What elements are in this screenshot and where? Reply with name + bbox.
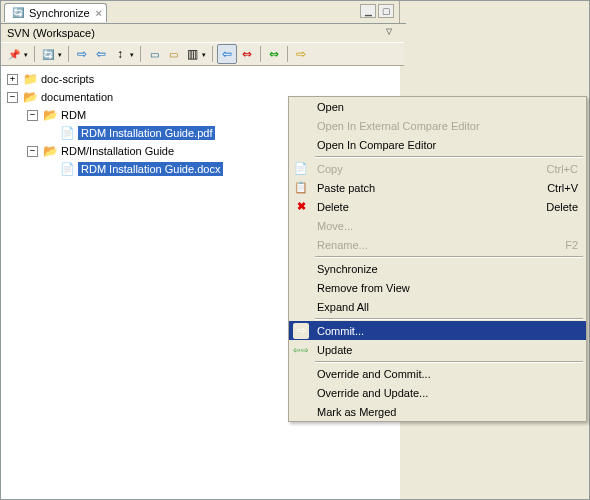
separator bbox=[287, 46, 288, 62]
menu-update[interactable]: Update bbox=[289, 340, 586, 359]
menu-label: Open bbox=[317, 101, 344, 113]
menu-label: Delete bbox=[317, 201, 349, 213]
menu-label: Open In External Compare Editor bbox=[317, 120, 480, 132]
menu-label: Synchronize bbox=[317, 263, 378, 275]
tree-label: doc-scripts bbox=[41, 73, 94, 85]
tree-label: RDM Installation Guide.pdf bbox=[78, 126, 215, 140]
menu-label: Copy bbox=[317, 163, 343, 175]
menu-copy: 📄 Copy Ctrl+C bbox=[289, 159, 586, 178]
maximize-button[interactable]: ▢ bbox=[378, 4, 394, 18]
tab-label: Synchronize bbox=[29, 7, 90, 19]
tab-synchronize[interactable]: 🔄 Synchronize × bbox=[4, 3, 107, 22]
menu-label: Remove from View bbox=[317, 282, 410, 294]
menu-commit[interactable]: ⇨ Commit... bbox=[289, 321, 586, 340]
sync-icon: 🔄 bbox=[11, 6, 25, 20]
menu-mark-merged[interactable]: Mark as Merged bbox=[289, 402, 586, 421]
menu-override-update[interactable]: Override and Update... bbox=[289, 383, 586, 402]
menu-override-commit[interactable]: Override and Commit... bbox=[289, 364, 586, 383]
menu-open-compare[interactable]: Open In Compare Editor bbox=[289, 135, 586, 154]
menu-expand-all[interactable]: Expand All bbox=[289, 297, 586, 316]
menu-open-external: Open In External Compare Editor bbox=[289, 116, 586, 135]
toolbar: ↕ ▥ ⇨ bbox=[1, 42, 404, 66]
menu-rename: Rename... F2 bbox=[289, 235, 586, 254]
menu-label: Move... bbox=[317, 220, 353, 232]
menu-label: Paste patch bbox=[317, 182, 375, 194]
update-icon bbox=[293, 342, 309, 358]
menu-label: Open In Compare Editor bbox=[317, 139, 436, 151]
minimize-button[interactable]: ▁ bbox=[360, 4, 376, 18]
file-outgoing-icon: 📄 bbox=[59, 162, 75, 176]
menu-label: Override and Update... bbox=[317, 387, 428, 399]
file-outgoing-icon: 📄 bbox=[59, 126, 75, 140]
separator bbox=[260, 46, 261, 62]
collapse-all-button[interactable] bbox=[145, 45, 163, 63]
tree-label: RDM bbox=[61, 109, 86, 121]
folder-outgoing-icon: 📂 bbox=[42, 144, 58, 158]
menu-shortcut: Ctrl+V bbox=[547, 182, 578, 194]
menu-label: Update bbox=[317, 344, 352, 356]
prev-change-button[interactable] bbox=[92, 45, 110, 63]
menu-shortcut: F2 bbox=[565, 239, 578, 251]
incoming-mode-button[interactable] bbox=[217, 44, 237, 64]
sync-button[interactable] bbox=[39, 45, 57, 63]
menu-label: Commit... bbox=[317, 325, 364, 337]
pin-button[interactable] bbox=[5, 45, 23, 63]
tree-label: RDM/Installation Guide bbox=[61, 145, 174, 157]
folder-open-icon: 📂 bbox=[22, 90, 38, 104]
context-menu: Open Open In External Compare Editor Ope… bbox=[288, 96, 587, 422]
menu-separator bbox=[315, 318, 583, 319]
menu-paste[interactable]: Paste patch Ctrl+V bbox=[289, 178, 586, 197]
separator bbox=[34, 46, 35, 62]
tree-label: documentation bbox=[41, 91, 113, 103]
next-change-button[interactable] bbox=[73, 45, 91, 63]
workspace-label: SVN (Workspace) bbox=[7, 27, 95, 39]
menu-separator bbox=[315, 256, 583, 257]
delete-icon bbox=[293, 199, 309, 215]
menu-label: Rename... bbox=[317, 239, 368, 251]
close-tab-icon[interactable]: × bbox=[96, 7, 102, 19]
view-menu-icon[interactable]: ▽ bbox=[386, 27, 392, 36]
menu-separator bbox=[315, 361, 583, 362]
menu-open[interactable]: Open bbox=[289, 97, 586, 116]
update-all-button[interactable] bbox=[265, 45, 283, 63]
separator bbox=[212, 46, 213, 62]
expander-icon[interactable]: − bbox=[27, 110, 38, 121]
tree-item[interactable]: + 📁 doc-scripts bbox=[1, 70, 400, 88]
menu-shortcut: Delete bbox=[546, 201, 578, 213]
nav-button[interactable]: ↕ bbox=[111, 45, 129, 63]
menu-label: Expand All bbox=[317, 301, 369, 313]
commit-all-button[interactable]: ⇨ bbox=[292, 45, 310, 63]
separator bbox=[68, 46, 69, 62]
menu-shortcut: Ctrl+C bbox=[547, 163, 578, 175]
expander-icon[interactable]: − bbox=[7, 92, 18, 103]
expander-icon[interactable]: − bbox=[27, 146, 38, 157]
commit-icon: ⇨ bbox=[293, 323, 309, 339]
folder-outgoing-icon: 📂 bbox=[42, 108, 58, 122]
menu-label: Override and Commit... bbox=[317, 368, 431, 380]
menu-delete[interactable]: Delete Delete bbox=[289, 197, 586, 216]
conflict-mode-button[interactable] bbox=[238, 45, 256, 63]
expand-all-button[interactable] bbox=[164, 45, 182, 63]
mode-button[interactable]: ▥ bbox=[183, 45, 201, 63]
expander-icon[interactable]: + bbox=[7, 74, 18, 85]
menu-move: Move... bbox=[289, 216, 586, 235]
menu-separator bbox=[315, 156, 583, 157]
copy-icon: 📄 bbox=[293, 161, 309, 177]
folder-icon: 📁 bbox=[22, 72, 38, 86]
tree-label: RDM Installation Guide.docx bbox=[78, 162, 223, 176]
menu-label: Mark as Merged bbox=[317, 406, 396, 418]
separator bbox=[140, 46, 141, 62]
menu-synchronize[interactable]: Synchronize bbox=[289, 259, 586, 278]
menu-remove[interactable]: Remove from View bbox=[289, 278, 586, 297]
paste-icon bbox=[293, 180, 309, 196]
